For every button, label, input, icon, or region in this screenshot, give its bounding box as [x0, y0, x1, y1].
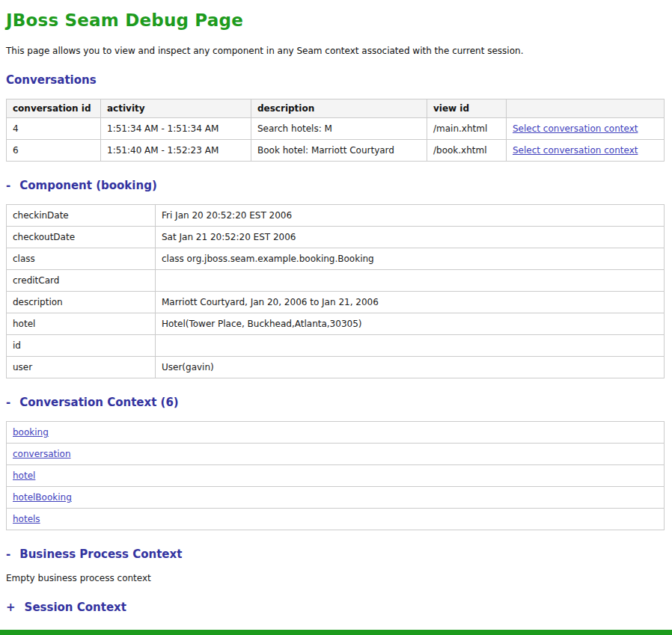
business-process-context-section-heading[interactable]: -Business Process Context [6, 547, 665, 561]
context-item-row: hotelBooking [7, 487, 665, 509]
property-name-cell: user [7, 357, 156, 378]
context-item-row: hotels [7, 509, 665, 530]
property-row: class class org.jboss.seam.example.booki… [7, 248, 665, 270]
conversation-row: 4 1:51:34 AM - 1:51:34 AM Search hotels:… [7, 118, 665, 140]
property-name-cell: hotel [7, 313, 156, 335]
property-value-cell: class org.jboss.seam.example.booking.Boo… [156, 248, 665, 270]
property-value-cell: Marriott Courtyard, Jan 20, 2006 to Jan … [156, 292, 665, 313]
context-item-cell: hotel [7, 465, 665, 487]
col-header-description: description [251, 99, 427, 118]
component-section-heading[interactable]: -Component (booking) [6, 179, 665, 192]
context-item-link[interactable]: hotel [13, 470, 35, 481]
context-item-cell: conversation [7, 444, 665, 465]
col-header-activity: activity [101, 99, 251, 118]
action-cell: Select conversation context [507, 118, 665, 140]
select-conversation-context-link[interactable]: Select conversation context [513, 145, 638, 156]
context-item-cell: hotels [7, 509, 665, 530]
view-id-cell: /book.xhtml [427, 140, 507, 162]
context-item-link[interactable]: hotels [13, 514, 40, 524]
conversations-header-row: conversation id activity description vie… [7, 99, 665, 118]
conversation-id-cell: 4 [7, 118, 101, 140]
conversation-context-table: booking conversation hotel hotelBooking [6, 421, 665, 530]
property-value-cell [156, 335, 665, 357]
conversation-context-section-heading[interactable]: -Conversation Context (6) [6, 396, 665, 409]
footer-bar [0, 630, 672, 635]
context-item-cell: booking [7, 422, 665, 444]
col-header-view-id: view id [427, 99, 507, 118]
property-row: id [7, 335, 665, 357]
property-name-cell: creditCard [7, 270, 156, 292]
conversation-id-cell: 6 [7, 140, 101, 162]
property-row: checkoutDate Sat Jan 21 20:52:20 EST 200… [7, 227, 665, 248]
property-value-cell: User(gavin) [156, 357, 665, 378]
context-item-link[interactable]: conversation [13, 449, 71, 459]
property-value-cell: Sat Jan 21 20:52:20 EST 2006 [156, 227, 665, 248]
context-item-link[interactable]: booking [13, 427, 49, 438]
empty-business-process-text: Empty business process context [6, 573, 665, 583]
property-name-cell: checkoutDate [7, 227, 156, 248]
col-header-conversation-id: conversation id [7, 99, 101, 118]
collapse-toggle-icon[interactable]: - [6, 547, 10, 561]
property-name-cell: class [7, 248, 156, 270]
context-item-link[interactable]: hotelBooking [13, 492, 72, 503]
property-name-cell: checkinDate [7, 205, 156, 227]
property-value-cell: Fri Jan 20 20:52:20 EST 2006 [156, 205, 665, 227]
component-heading-label: Component (booking) [19, 179, 157, 192]
property-row: user User(gavin) [7, 357, 665, 378]
view-id-cell: /main.xhtml [427, 118, 507, 140]
activity-cell: 1:51:40 AM - 1:52:23 AM [101, 140, 251, 162]
description-cell: Search hotels: M [251, 118, 427, 140]
property-row: hotel Hotel(Tower Place, Buckhead,Atlant… [7, 313, 665, 335]
conversation-context-heading-label: Conversation Context (6) [19, 396, 178, 409]
property-row: creditCard [7, 270, 665, 292]
conversations-heading: Conversations [6, 73, 665, 87]
collapse-toggle-icon[interactable]: - [6, 179, 10, 192]
property-row: description Marriott Courtyard, Jan 20, … [7, 292, 665, 313]
col-header-actions [507, 99, 665, 118]
context-item-row: hotel [7, 465, 665, 487]
business-process-context-heading-label: Business Process Context [19, 547, 182, 561]
expand-toggle-icon[interactable]: + [6, 601, 16, 614]
session-context-section-heading[interactable]: +Session Context [6, 601, 665, 614]
session-context-heading-label: Session Context [25, 601, 126, 614]
collapse-toggle-icon[interactable]: - [6, 396, 10, 409]
component-properties-table: checkinDate Fri Jan 20 20:52:20 EST 2006… [6, 204, 665, 378]
action-cell: Select conversation context [507, 140, 665, 162]
context-item-cell: hotelBooking [7, 487, 665, 509]
context-item-row: booking [7, 422, 665, 444]
description-cell: Book hotel: Marriott Courtyard [251, 140, 427, 162]
activity-cell: 1:51:34 AM - 1:51:34 AM [101, 118, 251, 140]
property-name-cell: id [7, 335, 156, 357]
conversation-row: 6 1:51:40 AM - 1:52:23 AM Book hotel: Ma… [7, 140, 665, 162]
seam-debug-page: JBoss Seam Debug Page This page allows y… [0, 0, 672, 635]
property-row: checkinDate Fri Jan 20 20:52:20 EST 2006 [7, 205, 665, 227]
conversations-table: conversation id activity description vie… [6, 99, 665, 162]
property-name-cell: description [7, 292, 156, 313]
page-title: JBoss Seam Debug Page [6, 10, 665, 30]
property-value-cell: Hotel(Tower Place, Buckhead,Atlanta,3030… [156, 313, 665, 335]
intro-text: This page allows you to view and inspect… [6, 46, 665, 56]
select-conversation-context-link[interactable]: Select conversation context [513, 123, 638, 134]
property-value-cell [156, 270, 665, 292]
context-item-row: conversation [7, 444, 665, 465]
